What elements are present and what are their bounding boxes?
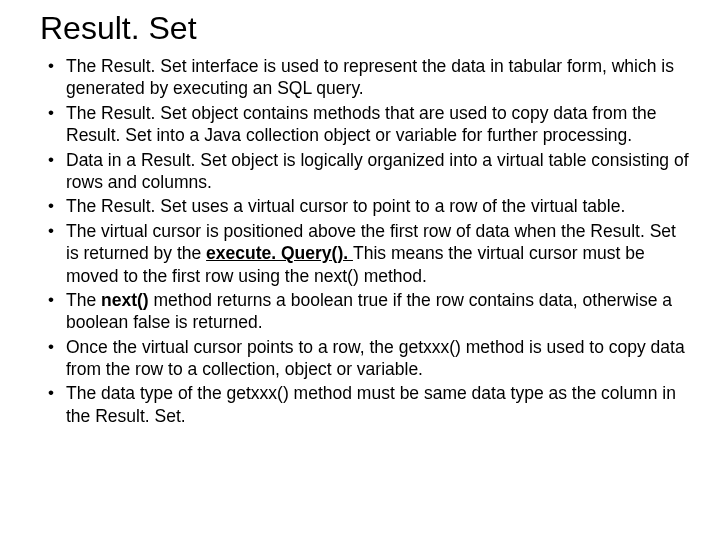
bullet-text: The Result. Set uses a virtual cursor to… <box>66 196 625 216</box>
list-item: The Result. Set interface is used to rep… <box>48 55 690 100</box>
bullet-list: The Result. Set interface is used to rep… <box>30 55 690 427</box>
page-title: Result. Set <box>40 10 690 47</box>
list-item: The next() method returns a boolean true… <box>48 289 690 334</box>
bullet-text: The Result. Set interface is used to rep… <box>66 56 674 98</box>
list-item: Data in a Result. Set object is logicall… <box>48 149 690 194</box>
bullet-text: Once the virtual cursor points to a row,… <box>66 337 685 379</box>
bullet-bold: next() <box>101 290 154 310</box>
bullet-text-post: method returns a boolean true if the row… <box>66 290 672 332</box>
bullet-text: Data in a Result. Set object is logicall… <box>66 150 689 192</box>
list-item: The Result. Set object contains methods … <box>48 102 690 147</box>
list-item: The Result. Set uses a virtual cursor to… <box>48 195 690 217</box>
list-item: Once the virtual cursor points to a row,… <box>48 336 690 381</box>
bullet-text: The data type of the getxxx() method mus… <box>66 383 676 425</box>
bullet-text: The Result. Set object contains methods … <box>66 103 656 145</box>
list-item: The virtual cursor is positioned above t… <box>48 220 690 287</box>
bullet-bold-under: execute. Query(). <box>206 243 353 263</box>
list-item: The data type of the getxxx() method mus… <box>48 382 690 427</box>
bullet-text: The <box>66 290 101 310</box>
